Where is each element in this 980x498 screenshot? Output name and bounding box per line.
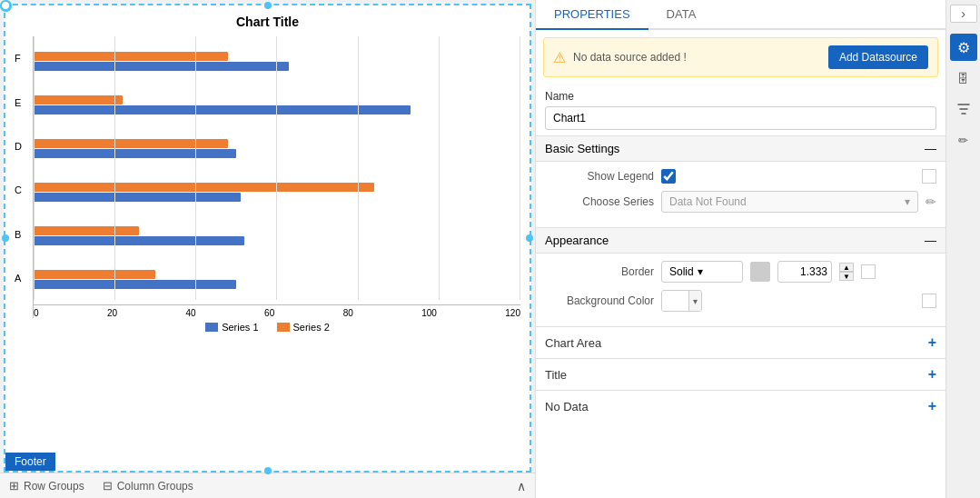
- spinner-down[interactable]: ▼: [839, 272, 854, 281]
- panel-tabs: PROPERTIES DATA: [536, 0, 945, 30]
- properties-panel: PROPERTIES DATA ⚠ No data source added !…: [536, 0, 945, 498]
- chart-area-label: Chart Area: [545, 336, 601, 350]
- basic-settings-collapse: —: [925, 142, 936, 155]
- y-label-a: A: [15, 273, 33, 284]
- bottom-bar: ⊞ Row Groups ⊟ Column Groups ∧: [0, 473, 535, 498]
- x-label-80: 80: [343, 308, 353, 318]
- border-label: Border: [545, 265, 654, 278]
- title-label: Title: [545, 368, 567, 382]
- column-groups-item[interactable]: ⊟ Column Groups: [103, 479, 193, 493]
- y-label-d: D: [15, 141, 33, 152]
- chart-legend: Series 1 Series 2: [15, 322, 520, 333]
- warning-text: No data source added !: [573, 51, 821, 64]
- border-width-input[interactable]: [777, 261, 832, 283]
- background-color-label: Background Color: [545, 294, 654, 307]
- x-label-40: 40: [186, 308, 196, 318]
- legend-series2: Series 2: [293, 322, 330, 333]
- series-select[interactable]: Data Not Found ▾: [661, 191, 918, 213]
- name-section: Name: [536, 85, 945, 135]
- tab-data[interactable]: DATA: [648, 0, 715, 28]
- show-legend-row: Show Legend: [545, 169, 936, 184]
- warning-icon: ⚠: [553, 49, 566, 66]
- legend-orange-box: [277, 323, 290, 332]
- border-checkbox[interactable]: [861, 264, 876, 279]
- series-dropdown-arrow: ▾: [905, 195, 910, 208]
- bar-group-a: [34, 268, 520, 291]
- basic-settings-content: Show Legend Choose Series Data Not Found…: [536, 162, 945, 227]
- bar-e-blue: [34, 105, 411, 115]
- expand-bottom-icon[interactable]: ∧: [517, 479, 526, 493]
- add-datasource-button[interactable]: Add Datasource: [828, 45, 928, 69]
- border-style-value: Solid: [669, 265, 694, 278]
- bar-f-orange: [34, 52, 228, 61]
- background-color-checkbox[interactable]: [922, 294, 936, 308]
- background-color-box: [662, 291, 689, 311]
- row-groups-icon: ⊞: [9, 479, 19, 493]
- settings-sidebar-icon[interactable]: ⚙: [950, 34, 977, 61]
- bar-group-b: [34, 224, 520, 247]
- edit-sidebar-icon[interactable]: ✏: [950, 126, 977, 154]
- chart-area-section[interactable]: Chart Area +: [536, 326, 945, 358]
- series-edit-icon[interactable]: ✏: [926, 194, 936, 209]
- y-label-c: C: [15, 184, 33, 195]
- spinner-up[interactable]: ▲: [839, 263, 854, 272]
- title-section[interactable]: Title +: [536, 358, 945, 390]
- bar-group-d: [34, 137, 520, 160]
- right-sidebar: › ⚙ 🗄 ✏: [945, 0, 980, 498]
- no-data-section[interactable]: No Data +: [536, 390, 945, 422]
- warning-bar: ⚠ No data source added ! Add Datasource: [543, 37, 938, 77]
- bar-b-blue: [34, 236, 244, 245]
- row-groups-item[interactable]: ⊞ Row Groups: [9, 479, 84, 493]
- footer-tab[interactable]: Footer: [5, 453, 55, 471]
- bar-f-blue: [34, 62, 289, 71]
- choose-series-label: Choose Series: [545, 195, 654, 208]
- chart-area-expand-icon: +: [928, 334, 936, 351]
- y-label-b: B: [15, 229, 33, 240]
- appearance-collapse: —: [925, 234, 936, 247]
- database-sidebar-icon[interactable]: 🗄: [950, 65, 977, 92]
- x-label-20: 20: [107, 308, 117, 318]
- appearance-header[interactable]: Appearance —: [536, 227, 945, 254]
- column-groups-label: Column Groups: [117, 480, 193, 493]
- background-color-picker[interactable]: ▾: [661, 290, 702, 312]
- border-style-arrow: ▾: [698, 265, 703, 278]
- bar-group-e: [34, 94, 520, 116]
- column-groups-icon: ⊟: [103, 479, 113, 493]
- collapse-sidebar-button[interactable]: ›: [950, 5, 977, 23]
- name-input[interactable]: [545, 106, 936, 130]
- appearance-content: Border Solid ▾ ▲ ▼ Background Color: [536, 254, 945, 326]
- bar-d-orange: [34, 139, 228, 148]
- border-width-spinner[interactable]: ▲ ▼: [839, 263, 854, 281]
- show-legend-label: Show Legend: [545, 170, 654, 183]
- name-label: Name: [545, 90, 936, 103]
- no-data-label: No Data: [545, 400, 589, 413]
- y-label-e: E: [15, 97, 33, 108]
- bar-a-orange: [34, 270, 155, 279]
- chart-title: Chart Title: [15, 15, 520, 29]
- bar-d-blue: [34, 149, 236, 158]
- x-label-120: 120: [505, 308, 520, 318]
- legend-blue-box: [205, 323, 218, 332]
- bar-group-c: [34, 181, 520, 204]
- bar-c-orange: [34, 183, 374, 192]
- no-data-expand-icon: +: [928, 398, 936, 414]
- choose-series-row: Choose Series Data Not Found ▾ ✏: [545, 191, 936, 213]
- border-row: Border Solid ▾ ▲ ▼: [545, 261, 936, 283]
- background-color-arrow[interactable]: ▾: [689, 291, 701, 311]
- appearance-label: Appearance: [545, 234, 609, 247]
- border-style-select[interactable]: Solid ▾: [661, 261, 743, 283]
- bar-e-orange: [34, 95, 123, 105]
- filter-sidebar-icon[interactable]: [950, 95, 977, 123]
- legend-series1: Series 1: [222, 322, 258, 333]
- bar-group-f: [34, 50, 520, 73]
- y-label-f: F: [15, 53, 33, 64]
- show-legend-checkbox[interactable]: [661, 169, 676, 184]
- show-legend-extra-checkbox[interactable]: [922, 169, 936, 184]
- basic-settings-label: Basic Settings: [545, 142, 619, 155]
- border-color-swatch[interactable]: [750, 262, 770, 282]
- bar-c-blue: [34, 193, 241, 202]
- basic-settings-header[interactable]: Basic Settings —: [536, 135, 945, 162]
- x-label-100: 100: [421, 308, 437, 318]
- title-expand-icon: +: [928, 366, 936, 383]
- tab-properties[interactable]: PROPERTIES: [536, 0, 648, 30]
